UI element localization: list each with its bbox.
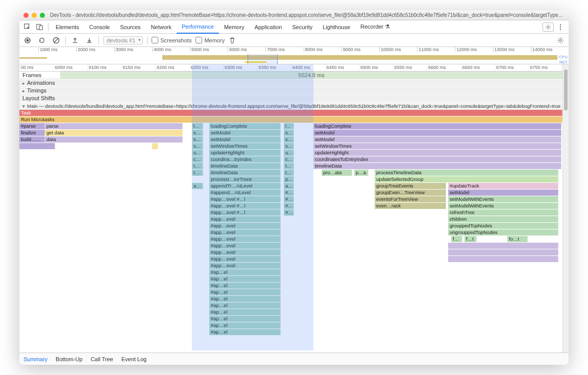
flame-entry[interactable]: #updateTrack: [448, 183, 558, 189]
flame-entry[interactable]: a…: [192, 183, 203, 189]
inspect-icon[interactable]: [21, 21, 34, 33]
flame-entry[interactable]: s…: [284, 136, 294, 143]
tab-application[interactable]: Application: [250, 21, 287, 33]
flame-entry[interactable]: #ap…el: [209, 302, 281, 309]
flame-entry[interactable]: groupEven…TreeView: [375, 190, 446, 196]
upload-button[interactable]: [70, 35, 80, 45]
flame-entry[interactable]: #app…evel: [209, 223, 281, 229]
flame-entry[interactable]: setModel: [313, 136, 561, 143]
flame-entry[interactable]: [448, 256, 558, 262]
flame-entry[interactable]: appendTr…AtLevel: [209, 183, 281, 189]
flame-entry[interactable]: setModel: [209, 130, 281, 136]
flame-entry[interactable]: refreshTree: [448, 209, 558, 216]
settings-icon[interactable]: [542, 21, 554, 33]
track-animations[interactable]: Animations: [19, 80, 562, 86]
flame-entry[interactable]: ungrouppedTopNodes: [448, 229, 558, 236]
tab-summary[interactable]: Summary: [23, 356, 47, 362]
flame-entry[interactable]: eventsForTreeView: [375, 196, 446, 202]
flame-entry[interactable]: updateHighlight: [209, 150, 281, 156]
tab-event-log[interactable]: Event Log: [121, 356, 147, 362]
flame-entry[interactable]: f…t: [464, 236, 477, 242]
flame-entry[interactable]: timelineData: [209, 163, 281, 169]
flame-entry[interactable]: #…l: [284, 209, 294, 216]
flame-entry[interactable]: #app…evel: [209, 216, 281, 222]
tab-memory[interactable]: Memory: [219, 21, 250, 33]
tab-security[interactable]: Security: [287, 21, 317, 33]
flame-entry[interactable]: #ap…el: [209, 269, 281, 275]
minimize-icon[interactable]: [32, 13, 37, 18]
tab-console[interactable]: Console: [84, 21, 115, 33]
tab-lighthouse[interactable]: Lighthouse: [317, 21, 355, 33]
download-button[interactable]: [84, 35, 94, 45]
flame-entry[interactable]: l…: [284, 123, 294, 129]
flame-entry[interactable]: setModelWithEvents: [448, 203, 558, 209]
flame-entry[interactable]: c…: [192, 156, 203, 162]
flame-entry[interactable]: [152, 143, 158, 149]
flame-entry[interactable]: updateHighlight: [313, 150, 561, 156]
screenshots-checkbox[interactable]: Screenshots: [152, 37, 191, 43]
reload-record-button[interactable]: [37, 35, 47, 45]
flame-entry[interactable]: #…l: [284, 196, 294, 202]
track-timings[interactable]: Timings: [19, 87, 562, 93]
flame-entry[interactable]: loadingComplete: [209, 123, 281, 129]
flame-entry[interactable]: #app…evel #…l: [209, 196, 281, 202]
flame-entry[interactable]: t…: [192, 163, 203, 169]
flame-entry[interactable]: setModelWithEvents: [448, 196, 558, 202]
tab-performance[interactable]: Performance: [177, 20, 219, 34]
tab-elements[interactable]: Elements: [51, 21, 84, 33]
flame-entry[interactable]: setModel: [448, 190, 558, 196]
flame-entry[interactable]: setModel: [209, 136, 281, 143]
maximize-icon[interactable]: [40, 13, 45, 18]
flame-entry[interactable]: #app…evel: [209, 249, 281, 255]
device-toggle-icon[interactable]: [34, 21, 46, 33]
flame-entry[interactable]: fo…t: [507, 236, 528, 242]
flame-entry[interactable]: #app…evel: [209, 256, 281, 262]
close-icon[interactable]: [23, 13, 29, 18]
flame-entry[interactable]: Run Microtasks: [19, 116, 562, 123]
tab-call-tree[interactable]: Call Tree: [91, 356, 113, 362]
flame-entry[interactable]: t…: [284, 170, 294, 176]
flame-entry[interactable]: children: [448, 216, 558, 222]
flame-entry[interactable]: #ap…el: [209, 296, 281, 302]
flame-entry[interactable]: [448, 249, 558, 255]
flame-entry[interactable]: #app…evel: [209, 236, 281, 242]
flame-entry[interactable]: data: [45, 136, 183, 143]
flame-entry[interactable]: processTimelineData: [375, 170, 558, 176]
flame-entry[interactable]: coordinatesToEntryIndex: [313, 156, 561, 162]
flame-entry[interactable]: grouppedTopNodes: [448, 223, 558, 229]
flame-entry[interactable]: Task: [19, 110, 562, 116]
flame-entry[interactable]: f…: [451, 236, 462, 242]
flame-entry[interactable]: setWindowTimes: [313, 143, 561, 149]
flame-entry[interactable]: l…e: [192, 123, 203, 129]
flame-entry[interactable]: loadingComplete: [313, 123, 561, 129]
flame-entry[interactable]: u…: [284, 150, 294, 156]
flame-entry[interactable]: a…: [284, 183, 294, 189]
flame-entry[interactable]: #ap…el: [209, 329, 281, 335]
flame-entry[interactable]: se…l: [192, 130, 203, 136]
flame-entry[interactable]: #app…evel #…l: [209, 203, 281, 209]
flame-entry[interactable]: timelineData: [313, 163, 561, 169]
flame-entry[interactable]: updateSelectedGroup: [375, 176, 558, 182]
flame-entry[interactable]: s…: [284, 130, 294, 136]
flame-entry[interactable]: setModel: [313, 130, 561, 136]
flame-entry[interactable]: groupTreeEvents: [375, 183, 446, 189]
tab-recorder[interactable]: Recorder ⚗: [355, 20, 395, 33]
flame-entry[interactable]: build…Calls: [19, 136, 45, 143]
flame-entry[interactable]: u…: [192, 150, 203, 156]
flame-entry[interactable]: #ap…el: [209, 289, 281, 295]
more-icon[interactable]: [554, 21, 567, 33]
flame-entry[interactable]: #ap…el: [209, 276, 281, 282]
flame-entry[interactable]: [448, 243, 558, 249]
profile-select[interactable]: devtools #1: [103, 36, 143, 44]
perf-settings-icon[interactable]: [555, 35, 566, 45]
flame-entry[interactable]: timelineData: [209, 170, 281, 176]
flame-entry[interactable]: #append…AtLevel: [209, 190, 281, 196]
flame-entry[interactable]: c…: [284, 156, 294, 162]
gc-button[interactable]: [229, 37, 236, 44]
vertical-scrollbar[interactable]: [562, 64, 569, 353]
flame-entry[interactable]: [19, 143, 55, 149]
flame-entry[interactable]: #app…evel #…l: [209, 209, 281, 216]
flame-entry[interactable]: #app…evel: [209, 229, 281, 236]
memory-checkbox[interactable]: Memory: [195, 37, 225, 43]
flame-entry[interactable]: #ap…el: [209, 283, 281, 289]
